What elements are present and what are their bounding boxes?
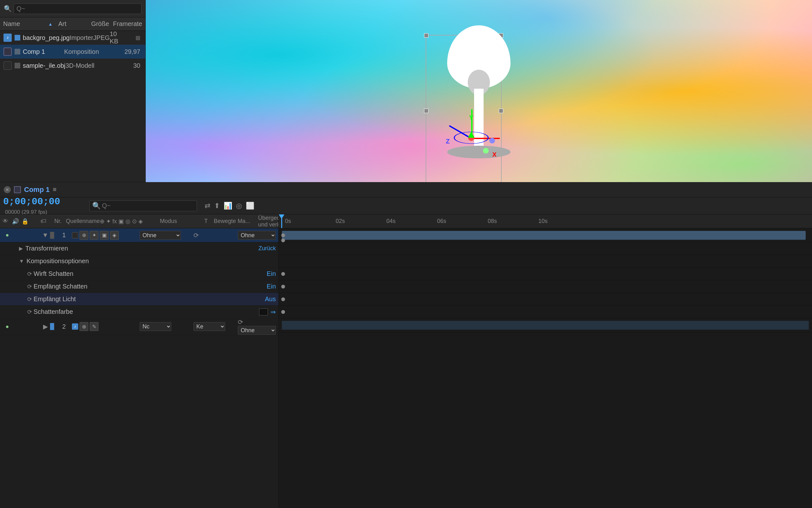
playhead[interactable]	[281, 214, 282, 228]
property-value[interactable]: Ein	[267, 283, 276, 290]
reset-button[interactable]: Zurück	[258, 245, 276, 252]
time-mark-0s: 0s	[285, 218, 336, 224]
expand-icon[interactable]: ▶	[19, 246, 23, 251]
layer-parent-select[interactable]: Ohne	[238, 231, 276, 240]
timeline-comp-title: Comp 1	[24, 185, 50, 194]
timeline-close-button[interactable]: ✕	[4, 186, 11, 193]
timeline-icon-mask[interactable]: ◎	[235, 201, 243, 211]
anchor-point-btn[interactable]: ⊕	[80, 231, 88, 240]
timeline-panel: ✕ Comp 1 ≡ 0;00;00;00 00000 (29.97 fps) …	[0, 182, 812, 508]
playhead-triangle	[279, 214, 285, 219]
col-vis: 👁	[3, 218, 12, 224]
col-label: 🏷	[41, 218, 50, 224]
col-framerate-header[interactable]: Framerate	[113, 20, 142, 28]
col-name-header[interactable]: Name	[3, 20, 47, 28]
item-art: 3D-Modell	[66, 62, 97, 69]
track-receives-light	[279, 293, 812, 306]
property-value[interactable]: Aus	[265, 295, 276, 303]
layer-color-badge[interactable]	[50, 232, 54, 239]
gizmo-green-dot[interactable]	[483, 148, 489, 154]
timeline-search-input[interactable]	[102, 202, 194, 209]
col-mode-header[interactable]: Modus	[160, 218, 204, 224]
time-mark-2s: 02s	[336, 218, 386, 224]
layer-row[interactable]: ● ▶ 2 J background.jpeg.jpg ⊕ ✎	[0, 318, 279, 335]
time-mark-8s: 08s	[488, 218, 539, 224]
property-track-dot[interactable]	[281, 272, 285, 276]
timeline-timecode[interactable]: 0;00;00;00	[3, 196, 86, 207]
project-item[interactable]: Comp 1 Komposition 29,97	[0, 45, 145, 58]
layer-parent-select[interactable]: Ohne	[238, 326, 276, 335]
property-label: Empfängt Licht	[34, 295, 260, 303]
col-name-header[interactable]: Quellenname	[66, 218, 100, 224]
timeline-comp-icon	[14, 186, 21, 193]
property-track-dot[interactable]	[281, 310, 285, 314]
timeline-menu-icon[interactable]: ≡	[53, 186, 57, 193]
layer-parent: Ohne	[238, 231, 276, 240]
col-parent-header[interactable]: Übergeordnet und verkn...	[258, 215, 279, 228]
sublayer-receives-light[interactable]: ⟳ Empfängt Licht Aus	[0, 293, 279, 306]
project-column-headers: Name ▲ Art Größe Framerate	[0, 17, 145, 31]
layer-expand-toggle[interactable]: ▼	[41, 231, 50, 239]
sublayer-transform[interactable]: ▶ Transformieren Zurück	[0, 242, 279, 255]
gizmo-blue-dot[interactable]	[489, 138, 495, 143]
col-nr-header[interactable]: Nr.	[50, 218, 66, 224]
time-mark-4s: 04s	[386, 218, 437, 224]
timeline-control-icons: ⇄ ⬆ 📊 ◎ ⬜	[204, 201, 255, 211]
col-T-header[interactable]: T	[204, 218, 214, 224]
shadow-color-swatch[interactable]	[259, 308, 268, 315]
paint-btn[interactable]: ✎	[90, 322, 98, 331]
selection-handle-tl[interactable]	[424, 33, 428, 38]
col-art-header[interactable]: Art	[58, 20, 91, 28]
link-icon[interactable]: ⇒	[270, 308, 276, 316]
track-comp-options	[279, 255, 812, 268]
selection-handle-ml[interactable]	[424, 109, 428, 113]
viewer-canvas: Y X Z	[146, 0, 812, 182]
track-layer-2[interactable]	[279, 318, 812, 332]
jpeg-icon: J	[3, 34, 12, 42]
timeline-icon-snap[interactable]: ⇄	[204, 201, 211, 211]
layer-visibility-toggle[interactable]: ●	[3, 323, 12, 330]
timeline-icon-work-area[interactable]: ⬜	[245, 201, 255, 211]
layer-row[interactable]: ● ▼ 1 ⊕ ✦ ▣ ◈	[0, 228, 279, 242]
sublayer-casts-shadow[interactable]: ⟳ Wirft Schatten Ein	[0, 268, 279, 280]
bewegte-select[interactable]: Ke	[194, 322, 225, 331]
track-transform	[279, 242, 812, 255]
property-icon: ⟳	[25, 270, 34, 278]
project-item[interactable]: sample-_ile.obj 3D-Modell 30	[0, 58, 145, 73]
sublayer-comp-options[interactable]: ▼ Kompositionsoptionen	[0, 255, 279, 268]
effects-btn[interactable]: ✦	[90, 231, 98, 240]
sublayer-receives-shadow[interactable]: ⟳ Empfängt Schatten Ein	[0, 280, 279, 293]
keyframe-dot-2[interactable]	[281, 239, 285, 242]
item-icon-obj	[3, 61, 12, 70]
property-track-dot[interactable]	[281, 297, 285, 301]
col-bewegte-header[interactable]: Bewegte Ma...	[214, 218, 258, 224]
layer-expand-toggle[interactable]: ▶	[41, 323, 50, 330]
item-name: sample-_ile.obj	[23, 62, 66, 69]
keyframe-dot[interactable]	[281, 234, 285, 237]
timeline-search-box: 🔍	[89, 201, 197, 211]
timeline-icon-add-marker[interactable]: ⬆	[213, 201, 220, 211]
track-layer-1[interactable]	[279, 228, 812, 242]
3d-layer-btn[interactable]: ◈	[110, 231, 119, 240]
property-label: Wirft Schatten	[34, 270, 262, 278]
timeline-icon-chart[interactable]: 📊	[223, 201, 233, 211]
3d-gizmo: Y X Z	[452, 119, 490, 157]
anchor-point-btn[interactable]: ⊕	[80, 322, 88, 331]
expand-icon[interactable]: ▼	[19, 258, 24, 264]
sublayer-shadow-color[interactable]: ⟳ Schattenfarbe ⇒	[0, 306, 279, 318]
property-value[interactable]: Ein	[267, 270, 276, 278]
col-size-header[interactable]: Größe	[91, 20, 113, 28]
layer-color-badge[interactable]	[50, 323, 54, 330]
motion-blur-icon2: ⟳	[238, 319, 243, 326]
project-item[interactable]: J backgro_peg.jpg ImporterJPEG 10 KB ⊞	[0, 31, 145, 45]
layer-1-track-bar[interactable]	[282, 231, 806, 240]
motion-blur-btn[interactable]: ▣	[100, 231, 109, 240]
project-search-input[interactable]	[14, 3, 141, 14]
layer-mode-select[interactable]: Nc	[140, 322, 171, 331]
layer-property-icons: ⊕ ✦ ▣ ◈	[80, 231, 140, 240]
layer-visibility-toggle[interactable]: ●	[3, 232, 12, 239]
layer-mode: Nc	[140, 322, 184, 331]
property-track-dot[interactable]	[281, 285, 285, 289]
layer-mode-select[interactable]: Ohne	[140, 231, 181, 240]
layer-2-track-bar[interactable]	[282, 321, 809, 330]
